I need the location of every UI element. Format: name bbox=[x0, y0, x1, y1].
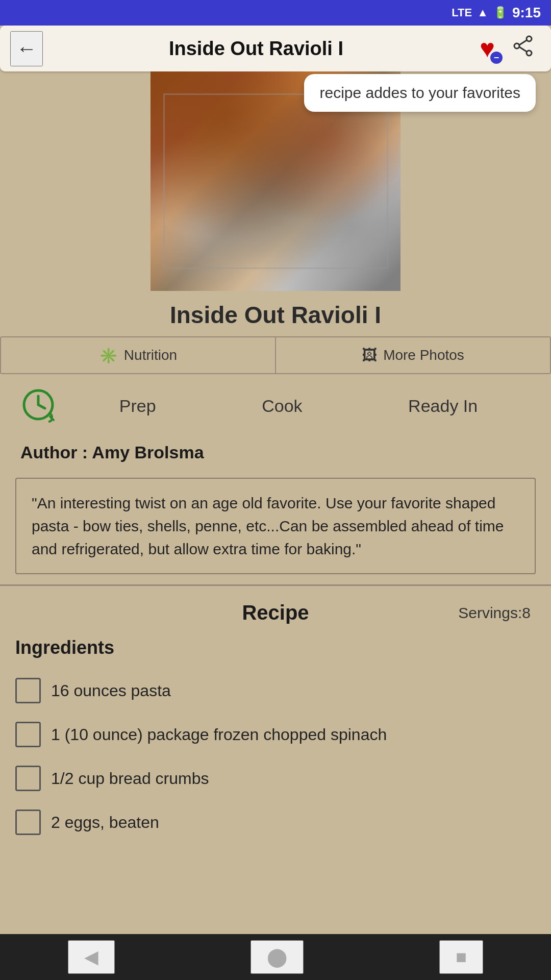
ingredient-item-1: 16 ounces pasta bbox=[15, 669, 536, 713]
prep-label: Prep bbox=[119, 396, 156, 416]
recipe-section-label: Recipe bbox=[242, 601, 309, 624]
toast-notification: recipe addes to your favorites bbox=[304, 74, 536, 112]
photos-icon: 🖼 bbox=[362, 347, 377, 364]
svg-line-3 bbox=[519, 40, 527, 45]
svg-line-4 bbox=[519, 47, 527, 52]
page-title: Inside Out Ravioli I bbox=[43, 38, 469, 60]
recipe-header: Recipe Servings:8 bbox=[0, 591, 551, 634]
clock-icon bbox=[20, 387, 56, 425]
toast-message: recipe addes to your favorites bbox=[319, 84, 520, 101]
svg-point-2 bbox=[514, 43, 519, 48]
ingredient-item-2: 1 (10 ounce) package frozen chopped spin… bbox=[15, 713, 536, 756]
nutrition-tab[interactable]: ✳️ Nutrition bbox=[1, 337, 276, 373]
tab-row: ✳️ Nutrition 🖼 More Photos bbox=[0, 336, 551, 374]
ingredients-title: Ingredients bbox=[15, 637, 536, 658]
time-row: Prep Cook Ready In bbox=[0, 374, 551, 437]
status-bar: LTE ▲ 🔋 9:15 bbox=[0, 0, 551, 26]
nav-back-button[interactable]: ◀ bbox=[68, 940, 115, 974]
ingredient-item-3: 1/2 cup bread crumbs bbox=[15, 756, 536, 800]
recipe-description: "An interesting twist on an age old favo… bbox=[15, 478, 536, 574]
signal-icon: ▲ bbox=[477, 6, 488, 19]
ingredient-checkbox-3[interactable] bbox=[15, 766, 41, 791]
cook-label: Cook bbox=[262, 396, 302, 416]
servings-count: Servings:8 bbox=[458, 604, 531, 622]
ingredient-checkbox-2[interactable] bbox=[15, 722, 41, 747]
section-divider bbox=[0, 584, 551, 586]
nav-recent-button[interactable]: ■ bbox=[439, 940, 483, 974]
back-button[interactable]: ← bbox=[10, 31, 43, 66]
more-photos-tab[interactable]: 🖼 More Photos bbox=[276, 337, 550, 373]
ingredients-section: Ingredients 16 ounces pasta 1 (10 ounce)… bbox=[0, 634, 551, 847]
author-name: Author : Amy Brolsma bbox=[20, 443, 204, 462]
ingredient-text-3: 1/2 cup bread crumbs bbox=[51, 769, 209, 788]
nutrition-icon: ✳️ bbox=[99, 347, 118, 364]
ingredient-item-4: 2 eggs, beaten bbox=[15, 800, 536, 844]
nav-home-button[interactable]: ⬤ bbox=[251, 940, 304, 974]
clock-display: 9:15 bbox=[512, 5, 541, 21]
svg-point-0 bbox=[527, 36, 532, 41]
share-button[interactable] bbox=[505, 31, 541, 66]
svg-point-1 bbox=[527, 51, 532, 56]
ingredient-text-2: 1 (10 ounce) package frozen chopped spin… bbox=[51, 725, 387, 744]
time-labels: Prep Cook Ready In bbox=[66, 396, 531, 416]
nutrition-tab-label: Nutrition bbox=[124, 347, 177, 363]
heart-minus-icon: − bbox=[490, 52, 503, 64]
battery-icon: 🔋 bbox=[493, 6, 507, 19]
ingredient-checkbox-1[interactable] bbox=[15, 678, 41, 703]
recipe-title: Inside Out Ravioli I bbox=[0, 291, 551, 336]
ingredient-text-1: 16 ounces pasta bbox=[51, 681, 171, 700]
lte-indicator: LTE bbox=[452, 6, 472, 19]
bottom-nav: ◀ ⬤ ■ bbox=[0, 934, 551, 980]
more-photos-tab-label: More Photos bbox=[383, 347, 464, 363]
ready-in-label: Ready In bbox=[408, 396, 478, 416]
favorite-button[interactable]: ♥ − bbox=[469, 31, 505, 66]
share-icon bbox=[512, 35, 534, 62]
author-section: Author : Amy Brolsma bbox=[0, 437, 551, 473]
ingredient-text-4: 2 eggs, beaten bbox=[51, 813, 159, 832]
top-nav: ← Inside Out Ravioli I ♥ − bbox=[0, 26, 551, 71]
ingredient-checkbox-4[interactable] bbox=[15, 810, 41, 835]
